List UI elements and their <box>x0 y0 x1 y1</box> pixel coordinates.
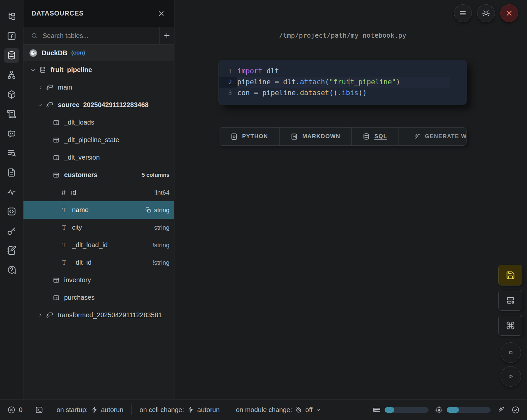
save-button[interactable] <box>498 265 522 286</box>
search-row <box>23 27 174 45</box>
chat-bot-icon[interactable] <box>4 126 19 141</box>
function-square-icon[interactable] <box>4 28 19 44</box>
close-app-button[interactable] <box>500 4 518 22</box>
on-module-change-setting[interactable]: on module change: off <box>236 406 321 414</box>
tree-row-column-dlt-id[interactable]: T _dlt_id !string <box>23 254 174 271</box>
tree-row-schema-main[interactable]: main <box>23 79 174 96</box>
top-controls <box>454 4 518 22</box>
connection-name: DuckDB <box>42 49 67 57</box>
memory-icon <box>373 406 381 414</box>
table-icon <box>53 172 60 179</box>
error-counter[interactable]: 0 <box>7 406 22 414</box>
line-number: 1 <box>219 66 237 77</box>
marimo-app: DATASOURCES DuckDB (con) <box>0 0 527 420</box>
save-floppy-icon <box>506 271 515 280</box>
memory-meter[interactable] <box>373 406 429 414</box>
zap-icon <box>187 406 194 413</box>
on-cell-change-setting[interactable]: on cell change: autorun <box>139 406 219 414</box>
tree-row-column-dlt-load-id[interactable]: T _dlt_load_id !string <box>23 236 174 254</box>
table-icon <box>53 136 60 144</box>
terminal-button[interactable] <box>35 406 43 414</box>
text-type-icon: T <box>60 224 68 231</box>
document-icon[interactable] <box>4 165 19 180</box>
file-path: /tmp/project/path/my_notebook.py <box>219 31 467 39</box>
layout-toggle-button[interactable] <box>498 290 522 311</box>
table-icon <box>53 154 60 161</box>
divider <box>131 404 132 415</box>
tree-row-schema-source[interactable]: source_202504291112283468 <box>23 96 174 114</box>
search-box[interactable] <box>23 27 159 44</box>
cpu-meter[interactable] <box>435 406 491 414</box>
close-panel-icon[interactable] <box>156 9 166 19</box>
code-cell[interactable]: 1 import dlt 2 pipeline = dlt.attach("fr… <box>219 60 467 105</box>
log-search-icon[interactable] <box>4 145 19 161</box>
add-python-cell-button[interactable]: PYTHON <box>219 128 280 145</box>
settings-button[interactable] <box>477 4 495 22</box>
connection-alias-badge: (con) <box>71 50 85 56</box>
add-sql-cell-button[interactable]: SQL <box>352 128 398 145</box>
database-icon <box>39 66 46 74</box>
tree-row-table-inventory[interactable]: inventory <box>23 271 174 289</box>
play-icon <box>507 372 515 381</box>
notebook-main: /tmp/project/path/my_notebook.py 1 impor… <box>174 0 527 399</box>
tree-row-table-dlt-version[interactable]: _dlt_version <box>23 149 174 166</box>
stop-button[interactable] <box>501 342 521 363</box>
text-cursor <box>350 78 350 86</box>
schema-tree: fruit_pipeline main source_2025042911122… <box>23 61 174 324</box>
chevron-down-icon <box>30 67 36 73</box>
close-icon <box>505 9 513 18</box>
tree-row-table-purchases[interactable]: purchases <box>23 289 174 306</box>
database-icon[interactable] <box>4 48 19 63</box>
file-tree-icon[interactable] <box>4 9 19 24</box>
circle-x-icon <box>7 406 16 414</box>
add-datasource-button[interactable] <box>159 27 174 44</box>
terminal-icon <box>35 406 43 414</box>
connection-ok-icon[interactable] <box>511 406 520 414</box>
tree-row-database[interactable]: fruit_pipeline <box>23 61 174 79</box>
code-snippet-icon[interactable] <box>4 204 19 219</box>
chevron-down-icon <box>316 407 321 413</box>
search-input[interactable] <box>43 32 159 40</box>
cpu-icon <box>435 406 443 414</box>
column-type: string <box>145 207 174 214</box>
table-icon <box>53 277 60 284</box>
activity-pulse-icon[interactable] <box>4 184 19 200</box>
copy-icon[interactable] <box>145 207 151 213</box>
scratchpad-pen-icon[interactable] <box>4 243 19 258</box>
ai-sparkles-icon[interactable] <box>497 406 505 414</box>
add-markdown-cell-button[interactable]: MARKDOWN <box>280 128 352 145</box>
duckdb-logo-icon <box>29 49 38 57</box>
connection-row-duckdb[interactable]: DuckDB (con) <box>23 45 174 61</box>
tree-row-schema-transformed[interactable]: transformed_202504291112283581 <box>23 306 174 324</box>
stop-square-icon <box>507 348 515 357</box>
datasources-panel: DATASOURCES DuckDB (con) <box>23 0 174 399</box>
tree-row-table-customers[interactable]: customers 5 columns <box>23 166 174 184</box>
code-icon <box>230 133 238 140</box>
timer-off-icon <box>295 406 302 413</box>
help-bubble-icon[interactable] <box>4 262 19 278</box>
script-scroll-icon[interactable] <box>4 106 19 122</box>
hamburger-icon <box>459 9 467 18</box>
tree-row-column-id[interactable]: id !int64 <box>23 184 174 201</box>
chevron-down-icon <box>37 102 43 108</box>
menu-button[interactable] <box>454 4 472 22</box>
column-count: 5 columns <box>142 172 174 178</box>
tree-row-column-name[interactable]: T name string <box>23 201 174 219</box>
text-type-icon: T <box>60 207 68 214</box>
line-number: 2 <box>219 77 237 88</box>
package-cube-icon[interactable] <box>4 87 19 102</box>
dependency-graph-icon[interactable] <box>4 67 19 83</box>
search-icon <box>31 32 38 39</box>
tree-row-table-dlt-loads[interactable]: _dlt_loads <box>23 114 174 131</box>
divider <box>228 404 228 415</box>
cpu-usage-bar <box>447 407 491 413</box>
table-icon <box>53 119 60 126</box>
on-startup-setting[interactable]: on startup: autorun <box>56 406 123 414</box>
tree-row-table-dlt-pipeline-state[interactable]: _dlt_pipeline_state <box>23 131 174 149</box>
key-icon[interactable] <box>4 223 19 239</box>
run-button[interactable] <box>501 366 521 387</box>
tree-row-column-city[interactable]: T city string <box>23 219 174 236</box>
code-line-1: 1 import dlt <box>219 66 467 77</box>
generate-with-ai-button[interactable]: GENERATE WIT <box>398 128 466 145</box>
command-palette-button[interactable] <box>498 315 522 336</box>
